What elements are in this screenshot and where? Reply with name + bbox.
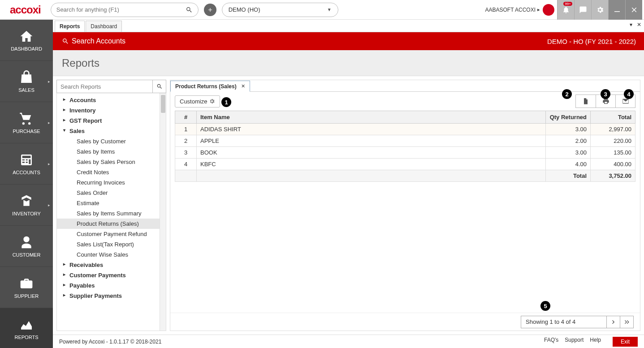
calculator-icon bbox=[19, 153, 34, 167]
bell-icon bbox=[562, 6, 570, 14]
logo: accoxi bbox=[2, 4, 49, 16]
nav-label: DASHBOARD bbox=[11, 46, 42, 52]
report-tab-product-returns[interactable]: Product Returns (Sales) ✕ bbox=[170, 81, 250, 92]
tree-receivables[interactable]: Receivables bbox=[57, 260, 166, 270]
table-row[interactable]: 2 APPLE 2.00 220.00 bbox=[175, 135, 635, 147]
report-table: # Item Name Qty Returned Total 1 ADIDAS … bbox=[175, 111, 635, 182]
tree-inventory[interactable]: Inventory bbox=[57, 105, 166, 116]
tab-reports[interactable]: Reports bbox=[55, 21, 85, 32]
support-link[interactable]: Support bbox=[565, 337, 583, 347]
tree-item[interactable]: Sales by Items Summary bbox=[57, 208, 166, 219]
company-label: DEMO (HO) bbox=[229, 6, 260, 13]
tree-accounts[interactable]: Accounts bbox=[57, 95, 166, 105]
add-button[interactable] bbox=[204, 4, 216, 16]
tree-item[interactable]: Customer Payment Refund bbox=[57, 229, 166, 239]
tree-item[interactable]: Credit Notes bbox=[57, 167, 166, 177]
cell: 4.00 bbox=[546, 159, 591, 170]
tree-customer-payments[interactable]: Customer Payments bbox=[57, 270, 166, 280]
tree-scrollbar[interactable] bbox=[160, 93, 166, 331]
gear-icon bbox=[209, 98, 215, 104]
fiscal-year-label: DEMO - HO (FY 2021 - 2022) bbox=[547, 38, 636, 45]
cell: 220.00 bbox=[591, 135, 635, 147]
main-tabs: Reports Dashboard ▾ ✕ bbox=[53, 20, 644, 32]
help-link[interactable]: Help bbox=[590, 337, 601, 347]
nav-reports[interactable]: REPORTS bbox=[0, 308, 53, 348]
tree-payables[interactable]: Payables bbox=[57, 280, 166, 291]
minimize-button[interactable] bbox=[608, 0, 625, 20]
col-number: # bbox=[175, 111, 197, 124]
cell: 2 bbox=[175, 135, 197, 147]
global-search[interactable] bbox=[51, 3, 199, 17]
cell: KBFC bbox=[197, 159, 546, 170]
tab-close-icon[interactable]: ✕ bbox=[637, 21, 641, 28]
tree-item[interactable]: Sales by Customer bbox=[57, 136, 166, 146]
nav-supplier[interactable]: SUPPLIER bbox=[0, 267, 53, 308]
tree-item[interactable]: Sales Order bbox=[57, 188, 166, 198]
nav-purchase[interactable]: PURCHASE ▸ bbox=[0, 102, 53, 143]
cell: 1 bbox=[175, 124, 197, 135]
notifications-button[interactable]: 99+ bbox=[557, 0, 574, 20]
report-search-input[interactable] bbox=[57, 80, 152, 93]
tree-item-selected[interactable]: Product Returns (Sales) bbox=[57, 219, 166, 229]
search-accounts[interactable]: Search Accounts bbox=[72, 37, 125, 45]
nav-inventory[interactable]: INVENTORY ▸ bbox=[0, 185, 53, 226]
tree-item[interactable]: Estimate bbox=[57, 198, 166, 208]
cell: 4 bbox=[175, 159, 197, 170]
tree-item[interactable]: Sales by Items bbox=[57, 146, 166, 157]
tree-item[interactable]: Sales List(Tax Report) bbox=[57, 239, 166, 249]
tree-item[interactable]: Counter Wise Sales bbox=[57, 249, 166, 260]
close-tab-icon[interactable]: ✕ bbox=[241, 83, 245, 89]
footer-copyright: Powered by Accoxi - 1.0.1.17 © 2018-2021 bbox=[59, 339, 161, 345]
double-chevron-right-icon bbox=[624, 319, 630, 325]
total-label: Total bbox=[546, 170, 591, 182]
nav-accounts[interactable]: ACCOUNTS ▸ bbox=[0, 143, 53, 185]
pager: Showing 1 to 4 of 4 bbox=[170, 313, 640, 331]
close-app-button[interactable] bbox=[625, 0, 642, 20]
page-title: Reports bbox=[62, 57, 99, 69]
avatar[interactable] bbox=[543, 4, 554, 16]
cell: 2.00 bbox=[546, 135, 591, 147]
reports-tree: Accounts Inventory GST Report Sales Sale… bbox=[56, 93, 166, 331]
chevron-right-icon bbox=[610, 319, 617, 325]
svg-rect-0 bbox=[614, 11, 620, 12]
settings-button[interactable] bbox=[591, 0, 608, 20]
tree-item[interactable]: Recurring Invoices bbox=[57, 177, 166, 188]
tab-menu-icon[interactable]: ▾ bbox=[630, 21, 632, 28]
nav-dashboard[interactable]: DASHBOARD bbox=[0, 20, 53, 61]
nav-customer[interactable]: CUSTOMER bbox=[0, 226, 53, 267]
table-row[interactable]: 3 BOOK 3.00 135.00 bbox=[175, 147, 635, 159]
pager-text: Showing 1 to 4 of 4 bbox=[521, 318, 606, 325]
user-arrow-icon[interactable]: ▸ bbox=[537, 7, 540, 13]
pager-last-button[interactable] bbox=[620, 316, 633, 328]
scrollbar-thumb[interactable] bbox=[161, 95, 165, 113]
pager-next-button[interactable] bbox=[606, 316, 620, 328]
table-row[interactable]: 4 KBFC 4.00 400.00 bbox=[175, 159, 635, 170]
report-search[interactable] bbox=[56, 80, 166, 93]
customize-button[interactable]: Customize bbox=[175, 95, 220, 107]
chart-icon bbox=[19, 318, 34, 332]
tree-supplier-payments[interactable]: Supplier Payments bbox=[57, 291, 166, 301]
nav-sales[interactable]: SALES ▸ bbox=[0, 61, 53, 102]
chat-button[interactable] bbox=[574, 0, 591, 20]
col-qty: Qty Returned bbox=[546, 111, 591, 124]
export-pdf-button[interactable] bbox=[576, 95, 596, 107]
company-select[interactable]: DEMO (HO) ▼ bbox=[222, 3, 338, 17]
exit-button[interactable]: Exit bbox=[613, 337, 638, 347]
total-value: 3,752.00 bbox=[591, 170, 635, 182]
faqs-link[interactable]: FAQ's bbox=[544, 337, 558, 347]
tab-dashboard[interactable]: Dashboard bbox=[86, 21, 122, 32]
table-row[interactable]: 1 ADIDAS SHIRT 3.00 2,997.00 bbox=[175, 124, 635, 135]
search-icon bbox=[186, 6, 193, 13]
col-total: Total bbox=[591, 111, 635, 124]
table-total-row: Total 3,752.00 bbox=[175, 170, 635, 182]
tree-item[interactable]: Sales by Sales Person bbox=[57, 157, 166, 167]
tree-gst[interactable]: GST Report bbox=[57, 116, 166, 126]
global-search-input[interactable] bbox=[56, 6, 186, 13]
expand-icon: ▸ bbox=[48, 162, 50, 166]
briefcase-icon bbox=[19, 276, 34, 291]
tree-sales[interactable]: Sales bbox=[57, 126, 166, 136]
person-icon bbox=[19, 235, 34, 249]
report-tab-label: Product Returns (Sales) bbox=[175, 83, 237, 90]
nav-label: ACCOUNTS bbox=[13, 170, 40, 175]
report-search-button[interactable] bbox=[152, 80, 166, 93]
